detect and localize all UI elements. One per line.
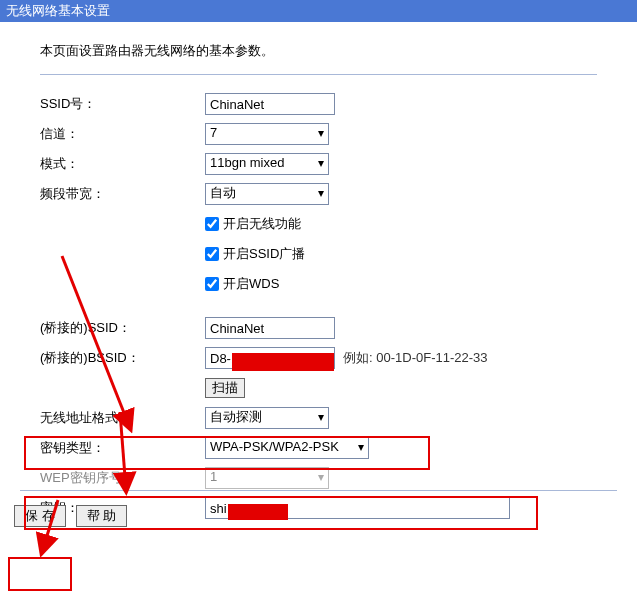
enable-ssid-broadcast-checkbox[interactable] (205, 247, 219, 261)
label-mode: 模式： (40, 155, 205, 173)
separator-top (40, 74, 597, 75)
enable-wireless-checkbox[interactable] (205, 217, 219, 231)
row-key-type: 密钥类型： WPA-PSK/WPA2-PSK (40, 433, 617, 463)
enable-wds-label: 开启WDS (223, 275, 279, 293)
window-title: 无线网络基本设置 (0, 0, 637, 22)
enable-ssid-broadcast-label: 开启SSID广播 (223, 245, 305, 263)
ssid-input[interactable] (205, 93, 335, 115)
enable-wireless-label: 开启无线功能 (223, 215, 301, 233)
wep-index-select: 1 (205, 467, 329, 489)
label-wep-index: WEP密钥序号： (40, 469, 205, 487)
row-ssid: SSID号： (40, 89, 617, 119)
enable-wds-wrapper[interactable]: 开启WDS (205, 275, 279, 293)
row-bridged-ssid: (桥接的)SSID： (40, 313, 617, 343)
scan-button[interactable]: 扫描 (205, 378, 245, 398)
row-scan: 扫描 (40, 373, 617, 403)
row-bandwidth: 频段带宽： 自动 (40, 179, 617, 209)
form-area: SSID号： 信道： 7 模式： 11bgn mixed (40, 89, 617, 523)
label-channel: 信道： (40, 125, 205, 143)
key-type-select[interactable]: WPA-PSK/WPA2-PSK (205, 437, 369, 459)
help-button[interactable]: 帮 助 (76, 505, 128, 527)
enable-wireless-wrapper[interactable]: 开启无线功能 (205, 215, 301, 233)
row-mode: 模式： 11bgn mixed (40, 149, 617, 179)
row-bridged-bssid: (桥接的)BSSID： 例如: 00-1D-0F-11-22-33 (40, 343, 617, 373)
label-key-type: 密钥类型： (40, 439, 205, 457)
row-addr-format: 无线地址格式： 自动探测 (40, 403, 617, 433)
label-ssid: SSID号： (40, 95, 205, 113)
key-input[interactable] (205, 497, 510, 519)
label-bridged-bssid: (桥接的)BSSID： (40, 349, 205, 367)
save-button[interactable]: 保 存 (14, 505, 66, 527)
channel-select[interactable]: 7 (205, 123, 329, 145)
row-enable-wds: 开启WDS (40, 269, 617, 299)
label-bridged-ssid: (桥接的)SSID： (40, 319, 205, 337)
addr-format-select[interactable]: 自动探测 (205, 407, 329, 429)
enable-ssid-broadcast-wrapper[interactable]: 开启SSID广播 (205, 245, 305, 263)
mode-select[interactable]: 11bgn mixed (205, 153, 329, 175)
window: 无线网络基本设置 本页面设置路由器无线网络的基本参数。 SSID号： 信道： 7 (0, 0, 637, 594)
intro-text: 本页面设置路由器无线网络的基本参数。 (40, 42, 617, 60)
annotation-redbox-save (8, 557, 72, 591)
bridged-bssid-input[interactable] (205, 347, 335, 369)
bandwidth-select[interactable]: 自动 (205, 183, 329, 205)
row-enable-ssid-broadcast: 开启SSID广播 (40, 239, 617, 269)
bridged-ssid-input[interactable] (205, 317, 335, 339)
separator-bottom (20, 490, 617, 491)
row-enable-wireless: 开启无线功能 (40, 209, 617, 239)
button-bar: 保 存 帮 助 (14, 505, 127, 527)
bssid-example: 例如: 00-1D-0F-11-22-33 (343, 349, 488, 367)
content-area: 本页面设置路由器无线网络的基本参数。 SSID号： 信道： 7 模式： (0, 22, 637, 533)
label-bandwidth: 频段带宽： (40, 185, 205, 203)
row-channel: 信道： 7 (40, 119, 617, 149)
row-wep-index: WEP密钥序号： 1 (40, 463, 617, 493)
enable-wds-checkbox[interactable] (205, 277, 219, 291)
label-addr-format: 无线地址格式： (40, 409, 205, 427)
